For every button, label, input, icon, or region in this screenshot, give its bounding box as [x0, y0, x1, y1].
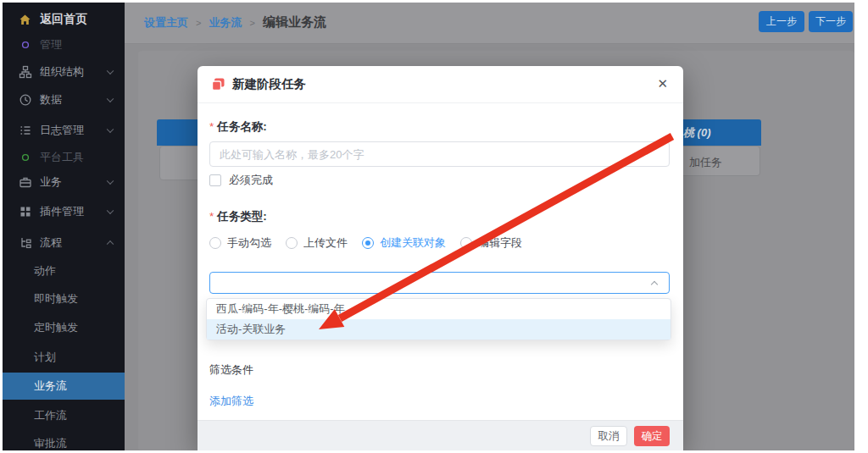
select-dropdown-panel: 西瓜-编码-年-樱桃-编码-年 活动-关联业务 [206, 298, 671, 340]
sidebar: 返回首页 管理 组织结构 数据 日志管理 平台工具 业务 [3, 3, 125, 450]
subitem-label: 动作 [34, 263, 56, 279]
sidebar-item-label: 组织结构 [40, 64, 84, 80]
prev-step-button[interactable]: 上一步 [759, 11, 804, 32]
close-icon[interactable]: ✕ [657, 77, 668, 90]
dropdown-option-watermelon[interactable]: 西瓜-编码-年-樱桃-编码-年 [207, 299, 670, 319]
dropdown-option-activity-related[interactable]: 活动-关联业务 [207, 319, 670, 340]
radio-label: 手动勾选 [227, 235, 271, 251]
radio-icon [209, 237, 221, 249]
task-type-label-text: 任务类型: [217, 210, 267, 223]
chevron-up-icon [107, 240, 114, 247]
radio-edit-field[interactable]: 编辑字段 [460, 235, 522, 251]
sidebar-item-flow[interactable]: 流程 [3, 233, 125, 253]
sidebar-home-label: 返回首页 [40, 12, 87, 27]
radio-label: 编辑字段 [478, 235, 522, 251]
sidebar-item-label: 管理 [40, 37, 62, 52]
breadcrumb-business-flow-link[interactable]: 业务流 [209, 15, 242, 30]
task-name-input[interactable] [209, 141, 670, 167]
flow-tree-icon [19, 236, 32, 250]
cancel-button[interactable]: 取消 [590, 426, 627, 446]
modal-footer: 取消 确定 [198, 420, 683, 450]
sidebar-group-platform-tools[interactable]: 平台工具 [3, 147, 125, 168]
chevron-down-icon [107, 96, 114, 102]
sidebar-item-label: 业务 [40, 174, 62, 190]
list-icon [19, 124, 32, 137]
sidebar-group-manage[interactable]: 管理 [3, 35, 125, 55]
chevron-down-icon [107, 68, 114, 75]
next-step-button[interactable]: 下一步 [809, 11, 853, 32]
sidebar-item-data[interactable]: 数据 [3, 90, 125, 110]
subitem-label: 业务流 [34, 378, 67, 394]
add-task-label: 加任务 [689, 155, 722, 170]
radio-create-related-object[interactable]: 创建关联对象 [362, 235, 446, 251]
sidebar-subitem-business-flow[interactable]: 业务流 [3, 376, 125, 396]
org-chart-icon [19, 65, 32, 79]
required-mark: * [209, 120, 214, 133]
sidebar-home-link[interactable]: 返回首页 [3, 9, 125, 30]
radio-icon [460, 237, 472, 249]
sidebar-item-plugin-manage[interactable]: 插件管理 [3, 202, 125, 222]
subitem-label: 即时触发 [34, 291, 78, 307]
sidebar-subitem-approval-flow[interactable]: 审批流 [3, 434, 125, 450]
must-complete-checkbox-row[interactable]: 必须完成 [209, 173, 273, 188]
sidebar-subitem-workflow[interactable]: 工作流 [3, 406, 125, 426]
background-tab-label: 桃 (0) [683, 125, 711, 141]
topbar: 设置主页 > 业务流 > 编辑业务流 上一步 下一步 [125, 3, 854, 44]
sidebar-item-business[interactable]: 业务 [3, 172, 125, 192]
radio-label: 上传文件 [303, 235, 348, 251]
grid-icon [19, 205, 32, 218]
sidebar-item-label: 流程 [40, 235, 62, 251]
radio-label: 创建关联对象 [380, 235, 446, 251]
must-complete-label: 必须完成 [229, 173, 273, 188]
filter-conditions-label: 筛选条件 [209, 362, 253, 378]
circle-green-icon [19, 151, 32, 164]
new-stage-task-modal: 新建阶段任务 ✕ *任务名称: 必须完成 *任务类型: 手动勾选 上传文件 创建… [198, 66, 683, 450]
sidebar-item-log-manage[interactable]: 日志管理 [3, 120, 125, 141]
modal-title: 新建阶段任务 [232, 76, 306, 92]
sidebar-subitem-plan[interactable]: 计划 [3, 347, 125, 367]
chevron-down-icon [107, 178, 114, 185]
sidebar-subitem-instant-trigger[interactable]: 即时触发 [3, 289, 125, 309]
confirm-button[interactable]: 确定 [634, 426, 670, 446]
modal-header: 新建阶段任务 ✕ [198, 66, 683, 103]
sidebar-subitem-action[interactable]: 动作 [3, 261, 125, 281]
briefcase-icon [19, 175, 32, 189]
chevron-down-icon [107, 207, 114, 214]
task-stack-icon [212, 78, 225, 91]
radio-icon [286, 237, 298, 249]
breadcrumb-current-page: 编辑业务流 [263, 14, 326, 30]
sidebar-item-label: 插件管理 [40, 204, 84, 219]
add-filter-link[interactable]: 添加筛选 [209, 394, 253, 409]
task-name-label-text: 任务名称: [217, 120, 267, 133]
required-mark: * [209, 210, 214, 223]
radio-upload-file[interactable]: 上传文件 [286, 235, 348, 251]
circle-purple-icon [19, 38, 32, 52]
task-name-label: *任务名称: [209, 119, 267, 135]
subitem-label: 定时触发 [34, 320, 78, 335]
breadcrumb: 设置主页 > 业务流 > 编辑业务流 [144, 14, 326, 30]
radio-manual-check[interactable]: 手动勾选 [209, 235, 271, 251]
chevron-up-icon [651, 281, 658, 288]
clock-icon [19, 93, 32, 107]
task-type-radio-group: 手动勾选 上传文件 创建关联对象 编辑字段 [209, 235, 522, 251]
sidebar-item-label: 日志管理 [40, 123, 84, 138]
sidebar-subitem-timed-trigger[interactable]: 定时触发 [3, 318, 125, 338]
subitem-label: 审批流 [34, 436, 67, 450]
sidebar-item-label: 平台工具 [40, 150, 84, 165]
sidebar-item-label: 数据 [40, 92, 62, 108]
breadcrumb-separator: > [249, 18, 254, 28]
chevron-down-icon [107, 126, 114, 133]
home-icon [19, 14, 31, 26]
breadcrumb-separator: > [196, 18, 201, 28]
subitem-label: 计划 [34, 350, 56, 365]
task-type-label: *任务类型: [209, 209, 267, 224]
app-window: 返回首页 管理 组织结构 数据 日志管理 平台工具 业务 [3, 3, 854, 450]
related-object-select[interactable] [209, 272, 670, 294]
radio-selected-icon [362, 237, 374, 249]
subitem-label: 工作流 [34, 408, 67, 423]
breadcrumb-home-link[interactable]: 设置主页 [144, 15, 188, 30]
checkbox-unchecked-icon[interactable] [209, 174, 221, 186]
sidebar-item-org-structure[interactable]: 组织结构 [3, 62, 125, 82]
